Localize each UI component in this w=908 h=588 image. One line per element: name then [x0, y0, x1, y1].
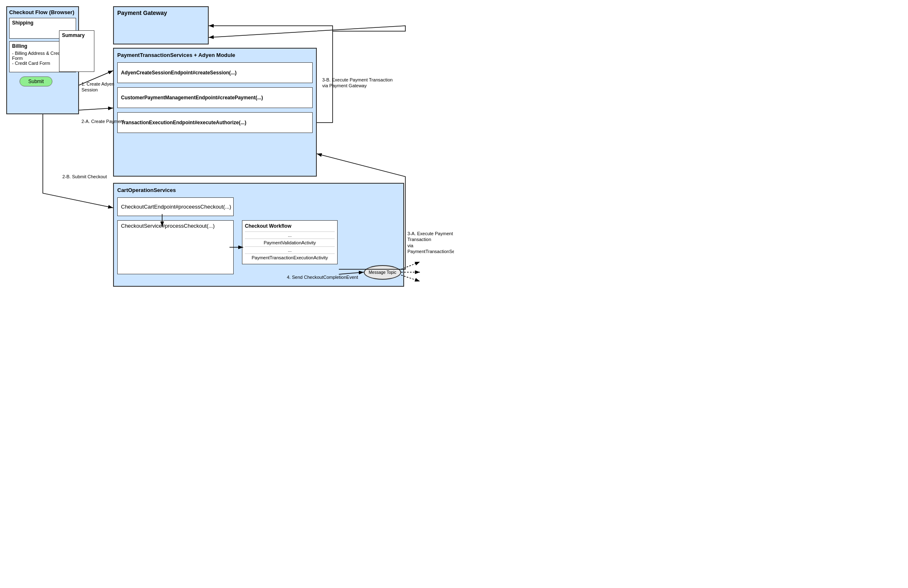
- diagram-container: Checkout Flow (Browser) Shipping Summary…: [0, 0, 454, 294]
- message-topic: Message Topic: [364, 265, 401, 280]
- shipping-label: Shipping: [12, 20, 73, 26]
- workflow-dots-2: ...: [245, 246, 335, 253]
- svg-line-3: [79, 108, 113, 110]
- checkout-flow-box: Checkout Flow (Browser) Shipping Summary…: [6, 6, 79, 114]
- checkout-service-box: CheckoutService#processCheckout(...): [117, 220, 234, 274]
- submit-checkout-label: 2-B. Submit Checkout: [62, 174, 107, 180]
- adyen-endpoint-label: AdyenCreateSessionEndpoint#createSession…: [121, 70, 237, 76]
- execute-payment-trans-label: 3-A. Execute Payment Transactionvia Paym…: [407, 231, 454, 254]
- submit-button[interactable]: Submit: [20, 76, 52, 86]
- summary-box: Summary: [59, 30, 94, 72]
- checkout-service-label: CheckoutService#processCheckout(...): [121, 223, 215, 229]
- customer-payment-endpoint-label: CustomerPaymentManagementEndpoint#create…: [121, 95, 263, 101]
- workflow-transaction-exec: PaymentTransactionExecutionActivity: [245, 253, 335, 261]
- send-checkout-label: 4. Send CheckoutCompletionEvent: [287, 274, 358, 280]
- cart-op-services-box: CartOperationServices CheckoutCartEndpoi…: [113, 183, 404, 287]
- transaction-endpoint-label: TransactionExecutionEndpoint#executeAuth…: [121, 120, 246, 125]
- checkout-cart-endpoint-label: CheckoutCartEndpoint#proceessCheckout(..…: [121, 204, 231, 210]
- workflow-validation: PaymentValidationActivity: [245, 239, 335, 246]
- workflow-dots-1: ...: [245, 231, 335, 239]
- checkout-workflow-box: Checkout Workflow ... PaymentValidationA…: [242, 220, 338, 264]
- payment-trans-services-box: PaymentTransactionServices + Adyen Modul…: [113, 48, 317, 177]
- summary-label: Summary: [62, 32, 91, 38]
- checkout-cart-endpoint-box: CheckoutCartEndpoint#proceessCheckout(..…: [117, 197, 234, 216]
- execute-payment-gateway-label: 3-B. Execute Payment Transactionvia Paym…: [322, 77, 392, 89]
- transaction-endpoint-box: TransactionExecutionEndpoint#executeAuth…: [117, 112, 313, 133]
- payment-gateway-title: Payment Gateway: [117, 10, 205, 16]
- message-topic-label: Message Topic: [369, 270, 397, 275]
- create-adyen-session-label: 1. Create AdyenSession: [81, 81, 114, 93]
- adyen-endpoint-box: AdyenCreateSessionEndpoint#createSession…: [117, 62, 313, 83]
- payment-gateway-box: Payment Gateway: [113, 6, 209, 44]
- payment-trans-title: PaymentTransactionServices + Adyen Modul…: [117, 52, 313, 58]
- customer-payment-endpoint-box: CustomerPaymentManagementEndpoint#create…: [117, 87, 313, 108]
- cart-op-title: CartOperationServices: [117, 187, 400, 193]
- checkout-workflow-title: Checkout Workflow: [245, 223, 335, 229]
- create-payment-label: 2-A. Create Payment: [81, 118, 124, 124]
- checkout-flow-title: Checkout Flow (Browser): [9, 9, 76, 15]
